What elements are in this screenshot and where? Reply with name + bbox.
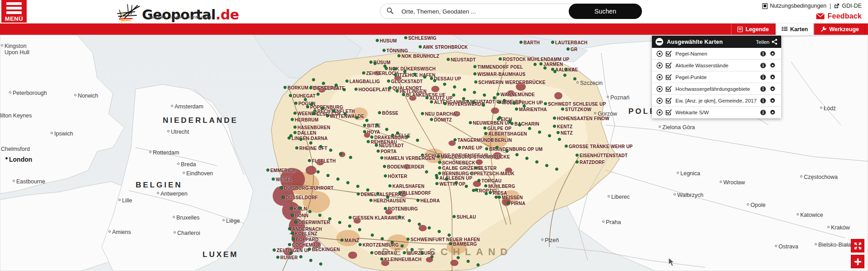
gauge-marker[interactable] [316, 93, 320, 96]
info-circle-icon[interactable] [759, 62, 768, 69]
gauge-marker[interactable] [358, 228, 361, 231]
gauge-marker[interactable] [510, 122, 514, 125]
gauge-marker[interactable] [418, 223, 421, 226]
gear-icon[interactable] [768, 86, 778, 92]
gauge-marker[interactable] [496, 93, 500, 96]
gauge-marker[interactable] [354, 88, 358, 91]
eye-icon[interactable] [656, 74, 664, 80]
gauge-marker[interactable] [410, 248, 414, 251]
gauge-marker[interactable] [443, 102, 447, 105]
gauge-marker[interactable] [472, 101, 475, 104]
gauge-marker[interactable] [543, 66, 547, 70]
gauge-marker[interactable] [423, 75, 426, 79]
gauge-marker[interactable] [328, 217, 331, 220]
gauge-marker[interactable] [288, 243, 291, 246]
gauge-marker[interactable] [369, 199, 373, 202]
gauge-marker[interactable] [555, 168, 558, 171]
gauge-marker[interactable] [376, 192, 379, 195]
gauge-marker[interactable] [291, 214, 294, 217]
gauge-marker[interactable] [533, 63, 537, 66]
zoom-in-button[interactable] [851, 255, 864, 268]
info-circle-icon[interactable] [759, 86, 768, 92]
gauge-marker[interactable] [385, 128, 388, 131]
gauge-marker[interactable] [453, 85, 456, 89]
gauge-marker[interactable] [408, 219, 411, 222]
gauge-marker[interactable] [545, 164, 548, 167]
gauge-marker[interactable] [363, 130, 366, 133]
gauge-marker[interactable] [406, 238, 410, 241]
gauge-marker[interactable] [316, 170, 320, 173]
gauge-marker[interactable] [463, 88, 466, 91]
gauge-marker[interactable] [475, 188, 478, 192]
gauge-marker[interactable] [299, 138, 302, 141]
gauge-marker[interactable] [495, 146, 499, 149]
gauge-marker[interactable] [398, 191, 401, 194]
gauge-marker[interactable] [437, 155, 440, 158]
eye-icon[interactable] [656, 86, 664, 92]
gauge-marker[interactable] [416, 139, 419, 142]
gauge-marker[interactable] [396, 131, 399, 135]
gauge-marker[interactable] [443, 83, 446, 86]
gdi-de-link[interactable]: GDI-DE [834, 3, 862, 9]
gauge-marker[interactable] [433, 79, 436, 82]
gauge-marker[interactable] [384, 174, 387, 178]
feedback-link[interactable]: Feedback [816, 12, 862, 20]
gauge-marker[interactable] [377, 150, 380, 153]
gauge-marker[interactable] [573, 77, 576, 80]
gauge-marker[interactable] [563, 74, 566, 77]
gear-icon[interactable] [768, 109, 778, 116]
gauge-marker[interactable] [544, 102, 547, 105]
gauge-marker[interactable] [469, 121, 472, 124]
gauge-marker[interactable] [503, 99, 506, 102]
gauge-marker[interactable] [473, 72, 476, 75]
gauge-marker[interactable] [266, 168, 269, 172]
gauge-marker[interactable] [498, 196, 501, 199]
gauge-marker[interactable] [482, 103, 485, 107]
gauge-marker[interactable] [425, 170, 428, 173]
gauge-marker[interactable] [376, 39, 379, 42]
gear-icon[interactable] [768, 51, 778, 57]
gauge-marker[interactable] [465, 185, 468, 188]
gauge-marker[interactable] [565, 145, 568, 148]
gauge-marker[interactable] [508, 120, 511, 123]
gauge-marker[interactable] [293, 131, 297, 134]
gauge-marker[interactable] [273, 248, 276, 252]
gauge-marker[interactable] [386, 196, 389, 199]
gauge-marker[interactable] [483, 126, 486, 130]
gauge-marker[interactable] [499, 57, 502, 61]
gauge-marker[interactable] [485, 192, 488, 195]
gauge-marker[interactable] [430, 100, 433, 103]
gauge-marker[interactable] [445, 178, 448, 181]
gauge-marker[interactable] [483, 93, 486, 97]
gauge-marker[interactable] [447, 58, 450, 61]
gauge-marker[interactable] [566, 47, 570, 51]
gauge-marker[interactable] [525, 157, 528, 160]
gauge-marker[interactable] [306, 105, 309, 108]
gauge-marker[interactable] [318, 214, 321, 217]
search-button[interactable]: Suchen [569, 4, 642, 19]
gauge-marker[interactable] [498, 116, 501, 119]
gauge-marker[interactable] [561, 107, 564, 111]
gauge-marker[interactable] [458, 146, 461, 149]
gauge-marker[interactable] [381, 237, 384, 240]
gauge-marker[interactable] [453, 138, 457, 141]
gauge-marker[interactable] [452, 93, 455, 97]
gauge-marker[interactable] [548, 134, 551, 137]
gauge-marker[interactable] [485, 147, 488, 150]
gauge-marker[interactable] [484, 184, 487, 187]
gauge-marker[interactable] [309, 141, 312, 145]
gauge-marker[interactable] [355, 116, 359, 119]
gauge-marker[interactable] [387, 79, 390, 83]
gauge-marker[interactable] [398, 215, 401, 219]
gauge-marker[interactable] [322, 82, 325, 85]
gauge-marker[interactable] [326, 174, 330, 177]
gauge-marker[interactable] [293, 112, 297, 115]
gauge-marker[interactable] [299, 255, 302, 258]
share-button[interactable]: Teilen [756, 39, 778, 45]
gauge-marker[interactable] [438, 172, 441, 175]
gauge-marker[interactable] [272, 178, 275, 181]
gauge-marker[interactable] [421, 154, 424, 157]
gauge-marker[interactable] [438, 166, 441, 169]
gauge-marker[interactable] [280, 186, 283, 189]
gauge-marker[interactable] [382, 49, 386, 52]
